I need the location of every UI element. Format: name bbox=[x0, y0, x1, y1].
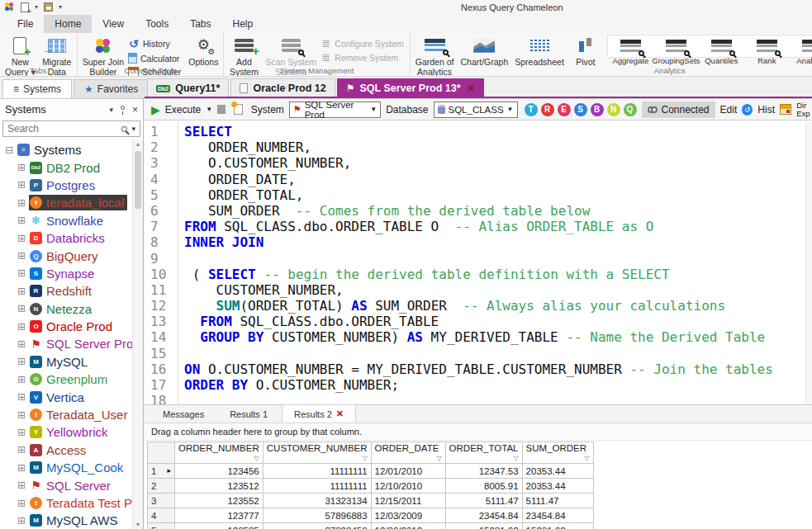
expand-icon[interactable]: ⊞ bbox=[17, 250, 29, 262]
grid-cell-customer-number[interactable]: 11111111 bbox=[263, 479, 371, 494]
dir-exp-label[interactable]: Dir Exp bbox=[796, 102, 812, 118]
expand-icon[interactable]: ⊞ bbox=[17, 479, 29, 491]
expand-icon[interactable]: ⊞ bbox=[17, 515, 29, 527]
ribbon-history[interactable]: ↺History bbox=[128, 38, 181, 50]
execute-button[interactable]: Execute bbox=[165, 104, 201, 116]
ribbon-spreadsheet[interactable]: Spreadsheet bbox=[512, 35, 567, 68]
grid-cell-order-number[interactable]: 123585 bbox=[175, 523, 264, 529]
expand-icon[interactable]: ⊞ bbox=[17, 233, 29, 244]
grid-cell-order-total[interactable]: 12347.53 bbox=[445, 464, 522, 479]
tree-item-synapse[interactable]: ⊞SSynapse bbox=[0, 265, 132, 282]
editor-scrollbar[interactable] bbox=[805, 121, 812, 404]
tree-item-oracle-prod[interactable]: ⊞OOracle Prod bbox=[0, 318, 132, 335]
tree-item-mysql[interactable]: ⊞MMySQL bbox=[0, 353, 132, 371]
ribbon-configure-system[interactable]: ≣Configure System bbox=[321, 38, 403, 49]
grid-header-customer-number[interactable]: CUSTOMER_NUMBER▽ bbox=[263, 442, 371, 464]
tab-close-icon[interactable]: ✕ bbox=[468, 83, 475, 94]
expand-icon[interactable]: ⊞ bbox=[17, 162, 29, 173]
tree-item-mysql-aws[interactable]: ⊞MMySQL AWS bbox=[0, 512, 132, 529]
menu-tabs[interactable]: Tabs bbox=[179, 15, 221, 33]
ribbon-groupingsets[interactable]: GroupingSets bbox=[653, 35, 699, 57]
doc-tab-query11[interactable]: Db2Query11* bbox=[147, 78, 229, 97]
grid-cell-order-date[interactable]: 12/15/2011 bbox=[371, 494, 445, 508]
row-number-cell[interactable]: 3 bbox=[148, 494, 175, 508]
grid-cell-sum-order[interactable]: 23454.84 bbox=[522, 508, 593, 523]
expand-icon[interactable]: ⊞ bbox=[17, 197, 29, 209]
expand-icon[interactable]: ⊞ bbox=[17, 286, 29, 297]
quick-button-q[interactable]: Q bbox=[624, 103, 637, 116]
system-select[interactable]: ⚑ SQL Server Prod ▼ bbox=[289, 102, 381, 118]
quick-button-n[interactable]: N bbox=[607, 103, 620, 116]
row-number-cell[interactable]: 5 bbox=[148, 523, 175, 529]
expand-icon[interactable]: ⊞ bbox=[17, 338, 29, 350]
expand-icon[interactable]: ⊞ bbox=[17, 409, 29, 421]
expand-icon[interactable]: ⊞ bbox=[17, 321, 29, 333]
filter-icon[interactable]: ▽ bbox=[584, 455, 589, 462]
search-options-caret-icon[interactable]: ▾ bbox=[131, 125, 135, 133]
tree-item-redshift[interactable]: ⊞RRedshift bbox=[0, 282, 132, 300]
filter-icon[interactable]: ▽ bbox=[513, 455, 518, 462]
grid-header-order-date[interactable]: ORDER_DATE▽ bbox=[371, 442, 445, 464]
grid-header-order-total[interactable]: ORDER_TOTAL▽ bbox=[445, 442, 522, 464]
grid-cell-order-total[interactable]: 5111.47 bbox=[445, 494, 522, 508]
search-input[interactable] bbox=[7, 123, 117, 135]
pin-icon[interactable] bbox=[121, 106, 125, 110]
tree-item-databricks[interactable]: ⊞DDatabricks bbox=[0, 229, 132, 247]
filter-icon[interactable]: ▽ bbox=[436, 455, 441, 462]
doc-tab-oracle-prod-12[interactable]: Oracle Prod 12 bbox=[230, 78, 335, 97]
expand-icon[interactable]: ⊞ bbox=[17, 179, 29, 191]
save-icon[interactable] bbox=[44, 2, 53, 12]
tree-item-teradata-user[interactable]: ⊞tTeradata_User bbox=[0, 406, 132, 423]
results-tab-close-icon[interactable]: ✕ bbox=[336, 409, 344, 419]
ribbon-aggregate[interactable]: Aggregate bbox=[608, 35, 653, 57]
filter-icon[interactable]: ▽ bbox=[362, 455, 367, 462]
menu-view[interactable]: View bbox=[92, 15, 135, 33]
stop-button[interactable] bbox=[217, 105, 226, 114]
ribbon-rank[interactable]: Rank bbox=[744, 35, 790, 57]
doc-tab-sql-server-prod-13[interactable]: ⚑SQL Server Prod 13*✕ bbox=[337, 78, 484, 97]
row-number-cell[interactable]: 4 bbox=[148, 508, 175, 523]
grid-cell-customer-number[interactable]: 87323456 bbox=[263, 523, 371, 529]
edit-button[interactable]: Edit bbox=[720, 104, 738, 116]
new-query-caret-icon[interactable]: ▾ bbox=[35, 3, 38, 11]
expand-icon[interactable]: ⊞ bbox=[17, 462, 29, 474]
grid-cell-order-total[interactable]: 8005.91 bbox=[445, 479, 522, 494]
tree-item-access[interactable]: ⊞AAccess bbox=[0, 442, 132, 459]
tree-item-postgres[interactable]: ⊞PPostgres bbox=[0, 177, 132, 194]
ribbon-analytics[interactable]: Analytics bbox=[790, 35, 812, 57]
grid-cell-customer-number[interactable]: 11111111 bbox=[263, 464, 371, 479]
connected-button[interactable]: Connected bbox=[642, 102, 715, 118]
grid-cell-customer-number[interactable]: 31323134 bbox=[263, 494, 371, 508]
grid-cell-order-total[interactable]: 15231.62 bbox=[445, 523, 522, 529]
ribbon-options[interactable]: ⚙Options bbox=[186, 35, 221, 68]
ribbon-calculator[interactable]: Calculator bbox=[128, 53, 181, 64]
history-icon[interactable]: ↺ bbox=[742, 104, 753, 116]
tree-item-netezza[interactable]: ⊞NNetezza bbox=[0, 300, 132, 318]
execute-icon[interactable]: ▶ bbox=[151, 103, 160, 116]
menu-help[interactable]: Help bbox=[222, 15, 264, 33]
grid-cell-order-number[interactable]: 123552 bbox=[175, 494, 264, 508]
grid-cell-order-number[interactable]: 123456 bbox=[175, 464, 264, 479]
grid-cell-sum-order[interactable]: 15231.62 bbox=[522, 523, 593, 529]
scroll-up-icon[interactable]: ▲ bbox=[133, 141, 143, 147]
tree-item-teradata-local[interactable]: ⊞tteradata_local bbox=[0, 194, 132, 211]
quick-button-t[interactable]: T bbox=[525, 103, 538, 116]
query-file-icon[interactable] bbox=[234, 104, 242, 115]
tree-item-teradata-test-pas[interactable]: ⊞tTeradata Test Pas: bbox=[0, 494, 132, 512]
grid-cell-customer-number[interactable]: 57896883 bbox=[263, 508, 371, 523]
tree-scrollbar[interactable]: ▲ ▼ bbox=[132, 139, 143, 529]
grid-cell-order-number[interactable]: 123512 bbox=[175, 479, 264, 494]
execute-caret-icon[interactable]: ▼ bbox=[206, 106, 212, 113]
row-number-cell[interactable]: 1▸ bbox=[148, 464, 175, 479]
ribbon-remove-system[interactable]: ≣Remove System bbox=[321, 52, 403, 63]
ribbon-quantiles[interactable]: Quantiles bbox=[699, 35, 744, 57]
ribbon-chart-graph[interactable]: Chart/Graph bbox=[458, 35, 510, 68]
quick-button-s[interactable]: S bbox=[574, 103, 587, 116]
grid-cell-sum-order[interactable]: 20353.44 bbox=[522, 464, 593, 479]
tree-item-sql-server[interactable]: ⊞⚑SQL Server bbox=[0, 476, 132, 494]
expand-icon[interactable]: ⊞ bbox=[17, 498, 29, 509]
tree-item-mysql-cook[interactable]: ⊞MMySQL_Cook bbox=[0, 459, 132, 476]
expand-icon[interactable]: ⊞ bbox=[17, 356, 29, 367]
grid-cell-order-date[interactable]: 12/30/2012 bbox=[371, 523, 445, 529]
hist-button[interactable]: Hist bbox=[757, 104, 775, 116]
